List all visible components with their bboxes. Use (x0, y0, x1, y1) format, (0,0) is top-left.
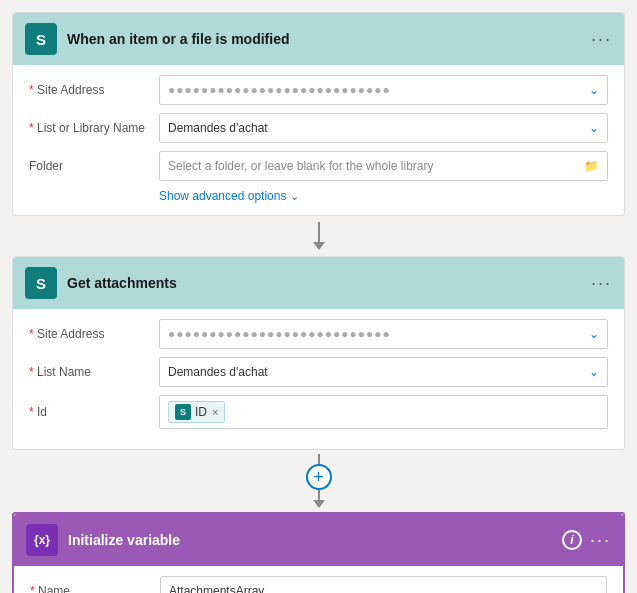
id-tag-close[interactable]: × (212, 406, 218, 418)
trigger-folder-input[interactable]: Select a folder, or leave blank for the … (159, 151, 608, 181)
trigger-site-address-input[interactable]: ●●●●●●●●●●●●●●●●●●●●●●●●●●● ⌄ (159, 75, 608, 105)
card-init-variable-body: * Name AttachmentsArray * Type Array ⌄ (14, 566, 623, 593)
advanced-options-chevron: ⌄ (290, 190, 299, 203)
connector-plus-line-top (318, 454, 320, 464)
get-site-address-chevron: ⌄ (589, 327, 599, 341)
get-site-address-row: * Site Address ●●●●●●●●●●●●●●●●●●●●●●●●●… (29, 319, 608, 349)
trigger-folder-row: Folder Select a folder, or leave blank f… (29, 151, 608, 181)
get-site-address-label: * Site Address (29, 327, 159, 341)
connector-line-1 (318, 222, 320, 242)
card-trigger: S When an item or a file is modified ···… (12, 12, 625, 216)
trigger-list-name-input[interactable]: Demandes d'achat ⌄ (159, 113, 608, 143)
card-trigger-more-button[interactable]: ··· (591, 29, 612, 50)
connector-plus-1: + (12, 450, 625, 512)
get-id-input[interactable]: S ID × (159, 395, 608, 429)
id-tag-icon: S (175, 404, 191, 420)
card-init-variable: {x} Initialize variable i ··· * Name Att… (12, 512, 625, 593)
card-get-attachments-more-button[interactable]: ··· (591, 273, 612, 294)
card-init-variable-icon: {x} (26, 524, 58, 556)
connector-plus-arrow (313, 500, 325, 508)
card-init-variable-header: {x} Initialize variable i ··· (14, 514, 623, 566)
trigger-site-address-label: * Site Address (29, 83, 159, 97)
trigger-list-name-row: * List or Library Name Demandes d'achat … (29, 113, 608, 143)
card-get-attachments-header: S Get attachments ··· (13, 257, 624, 309)
card-trigger-title: When an item or a file is modified (67, 31, 591, 47)
trigger-site-address-row: * Site Address ●●●●●●●●●●●●●●●●●●●●●●●●●… (29, 75, 608, 105)
card-trigger-body: * Site Address ●●●●●●●●●●●●●●●●●●●●●●●●●… (13, 65, 624, 215)
get-id-label: * Id (29, 405, 159, 419)
card-trigger-icon: S (25, 23, 57, 55)
trigger-list-name-label: * List or Library Name (29, 121, 159, 135)
card-get-attachments-body: * Site Address ●●●●●●●●●●●●●●●●●●●●●●●●●… (13, 309, 624, 449)
init-name-row: * Name AttachmentsArray (30, 576, 607, 593)
get-list-name-input[interactable]: Demandes d'achat ⌄ (159, 357, 608, 387)
show-advanced-options-button[interactable]: Show advanced options ⌄ (159, 189, 608, 203)
folder-icon: 📁 (584, 159, 599, 173)
connector-plus-line-bottom (318, 490, 320, 500)
get-list-name-row: * List Name Demandes d'achat ⌄ (29, 357, 608, 387)
connector-arrow-head-1 (313, 242, 325, 250)
card-trigger-header: S When an item or a file is modified ··· (13, 13, 624, 65)
get-list-name-chevron: ⌄ (589, 365, 599, 379)
get-id-row: * Id S ID × (29, 395, 608, 429)
card-init-variable-title: Initialize variable (68, 532, 562, 548)
id-tag: S ID × (168, 401, 225, 423)
card-get-attachments: S Get attachments ··· * Site Address ●●●… (12, 256, 625, 450)
card-get-attachments-title: Get attachments (67, 275, 591, 291)
init-name-input[interactable]: AttachmentsArray (160, 576, 607, 593)
init-name-label: * Name (30, 584, 160, 593)
get-site-address-input[interactable]: ●●●●●●●●●●●●●●●●●●●●●●●●●●● ⌄ (159, 319, 608, 349)
get-list-name-label: * List Name (29, 365, 159, 379)
info-button[interactable]: i (562, 530, 582, 550)
trigger-folder-label: Folder (29, 159, 159, 173)
add-step-button[interactable]: + (306, 464, 332, 490)
connector-arrow-1 (12, 216, 625, 256)
card-get-attachments-icon: S (25, 267, 57, 299)
trigger-list-name-chevron: ⌄ (589, 121, 599, 135)
card-init-variable-more-button[interactable]: ··· (590, 530, 611, 551)
trigger-site-address-chevron: ⌄ (589, 83, 599, 97)
